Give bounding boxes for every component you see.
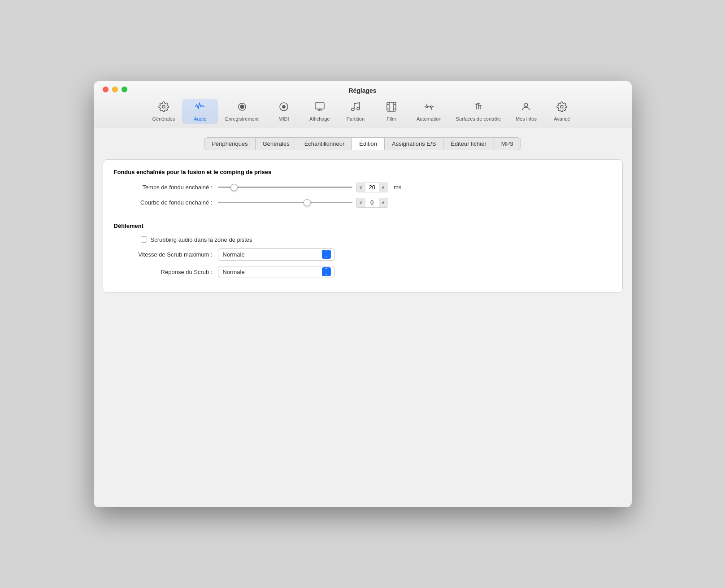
toolbar-label-audio: Audio	[194, 116, 206, 122]
slider-temps[interactable]	[218, 187, 352, 188]
window-title: Réglages	[348, 87, 376, 94]
title-bar: Réglages Générales	[94, 81, 632, 128]
mesinfos-icon	[521, 101, 531, 115]
toolbar-label-surfaces: Surfaces de contrôle	[456, 116, 501, 122]
section1-title: Fondus enchaînés pour la fusion et le co…	[114, 169, 612, 175]
select-row-reponse: Réponse du Scrub : Lente Normale Rapide	[114, 266, 612, 278]
toolbar-item-affichage[interactable]: Affichage	[302, 99, 338, 124]
midi-icon	[278, 101, 289, 115]
toolbar-item-film[interactable]: Film	[373, 99, 409, 124]
gear-icon	[158, 101, 169, 115]
surfaces-icon	[473, 101, 484, 115]
main-window: Réglages Générales	[94, 81, 632, 507]
tab-editeur[interactable]: Éditeur fichier	[443, 138, 494, 150]
unit-temps: ms	[394, 184, 401, 191]
toolbar-item-mesinfos[interactable]: Mes infos	[508, 99, 544, 124]
form-row-courbe: Courbe de fondu enchainé : ∨ 0 ∧	[114, 198, 612, 208]
toolbar-item-automation[interactable]: Automation	[409, 99, 449, 124]
checkbox-scrubbing[interactable]	[141, 236, 147, 243]
toolbar-item-avance[interactable]: Avancé	[544, 99, 580, 124]
toolbar-item-midi[interactable]: MIDI	[266, 99, 302, 124]
tab-mp3[interactable]: MP3	[494, 138, 521, 150]
toolbar-item-enregistrement[interactable]: Enregistrement	[218, 99, 266, 124]
toolbar-label-mesinfos: Mes infos	[516, 116, 537, 122]
toolbar-label-midi: MIDI	[278, 116, 289, 122]
tab-assignations[interactable]: Assignations E/S	[385, 138, 443, 150]
partition-icon	[350, 101, 361, 115]
label-courbe: Courbe de fondu enchainé :	[114, 199, 213, 206]
tab-generales[interactable]: Générales	[256, 138, 297, 150]
avance-icon	[556, 101, 567, 115]
minimize-button[interactable]	[112, 87, 118, 92]
toolbar-label-film: Film	[387, 116, 396, 122]
stepper-courbe: ∨ 0 ∧	[356, 198, 388, 208]
select-vitesse[interactable]: Lente Normale Rapide	[218, 248, 334, 261]
toolbar-item-generales[interactable]: Générales	[145, 99, 182, 124]
stepper-down-courbe[interactable]: ∨	[356, 198, 365, 207]
svg-point-2	[240, 105, 244, 109]
svg-point-16	[426, 106, 428, 108]
toolbar: Générales Audio Enregis	[103, 99, 623, 128]
tab-edition[interactable]: Édition	[352, 138, 385, 150]
zoom-button[interactable]	[122, 87, 127, 92]
film-icon	[386, 101, 397, 115]
section-divider	[114, 215, 612, 215]
tab-peripheriques[interactable]: Périphériques	[204, 138, 255, 150]
svg-point-29	[524, 103, 528, 107]
slider-container-courbe: ∨ 0 ∧	[218, 198, 612, 208]
svg-point-0	[162, 105, 165, 108]
close-button[interactable]	[103, 87, 109, 92]
select-reponse[interactable]: Lente Normale Rapide	[218, 266, 334, 278]
toolbar-label-affichage: Affichage	[309, 116, 330, 122]
checkbox-label-scrubbing: Scrubbing audio dans la zone de pistes	[151, 236, 252, 243]
select-wrapper-vitesse: Lente Normale Rapide	[218, 248, 334, 261]
traffic-lights	[103, 87, 127, 92]
svg-rect-5	[315, 103, 324, 109]
toolbar-label-automation: Automation	[417, 116, 442, 122]
toolbar-label-generales: Générales	[152, 116, 175, 122]
toolbar-label-avance: Avancé	[554, 116, 570, 122]
stepper-up-courbe[interactable]: ∧	[379, 198, 388, 207]
select-wrapper-reponse: Lente Normale Rapide	[218, 266, 334, 278]
label-temps: Temps de fondu enchainé :	[114, 184, 213, 191]
toolbar-item-partition[interactable]: Partition	[338, 99, 373, 124]
label-vitesse: Vitesse de Scrub maximum :	[114, 251, 213, 258]
display-icon	[314, 101, 325, 115]
svg-rect-9	[387, 102, 396, 111]
content-area: Périphériques Générales Échantillonneur …	[94, 128, 632, 507]
svg-point-4	[282, 105, 285, 108]
label-reponse: Réponse du Scrub :	[114, 269, 213, 275]
stepper-up-temps[interactable]: ∧	[379, 183, 388, 192]
select-row-vitesse: Vitesse de Scrub maximum : Lente Normale…	[114, 248, 612, 261]
toolbar-item-surfaces[interactable]: Surfaces de contrôle	[449, 99, 508, 124]
section2-title: Défilement	[114, 222, 612, 229]
svg-point-7	[352, 108, 354, 111]
checkbox-row-scrubbing: Scrubbing audio dans la zone de pistes	[114, 236, 612, 243]
sub-tabs: Périphériques Générales Échantillonneur …	[204, 137, 521, 150]
toolbar-item-audio[interactable]: Audio	[182, 99, 218, 124]
stepper-value-temps: 20	[365, 183, 379, 192]
form-row-temps: Temps de fondu enchainé : ∨ 20 ∧ ms	[114, 183, 612, 192]
toolbar-label-enregistrement: Enregistrement	[225, 116, 259, 122]
tab-echantillonneur[interactable]: Échantillonneur	[297, 138, 352, 150]
slider-container-temps: ∨ 20 ∧ ms	[218, 183, 612, 192]
svg-point-17	[430, 106, 432, 108]
stepper-down-temps[interactable]: ∨	[356, 183, 365, 192]
automation-icon	[424, 101, 434, 115]
svg-point-8	[357, 107, 360, 110]
toolbar-label-partition: Partition	[347, 116, 365, 122]
record-icon	[237, 101, 247, 115]
stepper-temps: ∨ 20 ∧	[356, 183, 388, 192]
settings-panel: Fondus enchaînés pour la fusion et le co…	[103, 159, 623, 293]
audio-icon	[195, 101, 205, 115]
slider-courbe[interactable]	[218, 202, 352, 203]
svg-point-30	[560, 105, 563, 108]
stepper-value-courbe: 0	[365, 198, 379, 207]
